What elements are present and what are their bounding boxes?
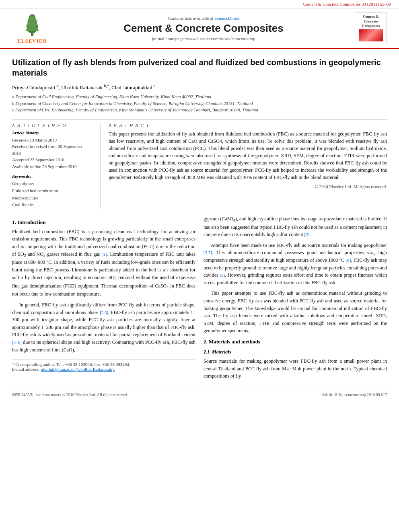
right-para-3: This paper attempts to use FBC-fly ash a… xyxy=(204,290,387,335)
materials-subheading: 2.1. Materials xyxy=(204,349,387,355)
issn-text: 0958-9465/$ - see front matter © 2010 El… xyxy=(12,392,128,397)
corresponding-footnote: * Corresponding author. Tel.: +66 38 103… xyxy=(12,362,195,367)
history-item-0: Received 13 March 2010 xyxy=(12,137,95,144)
journal-logo-box: Cement &ConcreteComposites xyxy=(355,12,387,44)
article-info-label: A R T I C L E I N F O xyxy=(12,123,95,128)
affiliation-c: c Department of Civil Engineering, Facul… xyxy=(12,107,387,113)
journal-header-center: Contents lists available at ScienceDirec… xyxy=(56,16,351,41)
ref-3b[interactable]: [3] xyxy=(220,273,225,277)
email-label: E-mail address: xyxy=(12,367,40,372)
keyword-geopolymer: Geopolymer xyxy=(12,180,95,187)
abstract-col: A B S T R A C T This paper presents the … xyxy=(109,123,387,209)
journal-title: Cement & Concrete Composites xyxy=(56,22,351,35)
email-footnote: E-mail address: ubolluk@buu.ac.th (Uboll… xyxy=(12,367,195,372)
paper-title: Utilization of fly ash blends from pulve… xyxy=(12,57,387,78)
elsevier-tree-icon xyxy=(18,13,46,37)
logo-box-title: Cement &ConcreteComposites xyxy=(357,14,385,29)
intro-body: Fluidized bed combustion (FBC) is a prom… xyxy=(12,228,195,353)
body-columns: 1. Introduction Fluidized bed combustion… xyxy=(12,215,387,383)
materials-para-1: Source materials for making geopolymer w… xyxy=(204,357,387,380)
history-item-2: Accepted 22 September 2010 xyxy=(12,156,95,163)
body-left-col: 1. Introduction Fluidized bed combustion… xyxy=(12,215,195,383)
elsevier-wordmark: ELSEVIER xyxy=(17,38,47,44)
materials-text: Source materials for making geopolymer w… xyxy=(204,357,387,380)
ref-2-3[interactable]: [2,3] xyxy=(100,310,108,315)
sciencedirect-anchor[interactable]: ScienceDirect xyxy=(214,16,239,21)
right-para-1: gypsum (CaSO4), and high crystalline pha… xyxy=(204,215,387,238)
abstract-label: A B S T R A C T xyxy=(109,123,387,128)
journal-top-bar: Cement & Concrete Composites 33 (2011) 5… xyxy=(0,0,399,8)
article-history-label: Article history: xyxy=(12,130,95,135)
author-prinya: Prinya Chindaprasirt a, Ubolluk Rattanas… xyxy=(12,84,155,90)
intro-heading: 1. Introduction xyxy=(12,219,195,226)
journal-citation: Cement & Concrete Composites 33 (2011) 5… xyxy=(303,2,391,6)
elsevier-logo-area: ELSEVIER xyxy=(8,13,56,44)
keyword-microstructure: Microstructure xyxy=(12,195,95,202)
authors: Prinya Chindaprasirt a, Ubolluk Rattanas… xyxy=(12,84,387,91)
abstract-text: This paper presents the utilization of f… xyxy=(109,130,387,181)
keywords-label: Keywords: xyxy=(12,174,95,179)
elsevier-logo: ELSEVIER xyxy=(17,13,47,44)
body-right-col: gypsum (CaSO4), and high crystalline pha… xyxy=(204,215,387,383)
history-item-3: Available online 26 September 2010 xyxy=(12,163,95,170)
main-content: Utilization of fly ash blends from pulve… xyxy=(0,49,399,405)
ref-2[interactable]: [2] xyxy=(304,232,310,237)
intro-para-2: In general, FBC-fly ash significantly di… xyxy=(12,301,195,353)
history-item-1: Received in revised form 20 September201… xyxy=(12,143,95,156)
keyword-coal: Coal fly ash xyxy=(12,201,95,209)
journal-logo-box-area: Cement &ConcreteComposites xyxy=(351,12,391,44)
affiliation-b: b Department of Chemistry and Center for… xyxy=(12,100,387,107)
intro-para-1: Fluidized bed combustion (FBC) is a prom… xyxy=(12,228,195,298)
ref-1[interactable]: [1] xyxy=(102,252,107,257)
right-col-intro-text: gypsum (CaSO4), and high crystalline pha… xyxy=(204,215,387,335)
email-link[interactable]: ubolluk@buu.ac.th (Ubolluk Rattanasak). xyxy=(41,367,115,372)
affiliations: a Department of Civil Engineering, Facul… xyxy=(12,93,387,113)
journal-homepage: journal homepage: www.elsevier.com/locat… xyxy=(56,36,351,41)
footnote-area: * Corresponding author. Tel.: +66 38 103… xyxy=(12,359,195,372)
copyright: © 2010 Elsevier Ltd. All rights reserved… xyxy=(109,184,387,189)
ref-8[interactable]: [8] xyxy=(346,258,351,263)
doi-text: doi:10.1016/j.cemconcomp.2010.09.017 xyxy=(322,392,387,397)
ref-4-6[interactable]: [4–6] xyxy=(12,340,22,345)
article-meta-row: A R T I C L E I N F O Article history: R… xyxy=(12,119,387,209)
bottom-bar: 0958-9465/$ - see front matter © 2010 El… xyxy=(12,390,387,397)
materials-heading: 2. Materials and methods xyxy=(204,339,387,345)
sciencedirect-link: Contents lists available at ScienceDirec… xyxy=(56,16,351,21)
article-info-col: A R T I C L E I N F O Article history: R… xyxy=(12,123,101,209)
ref-3-7[interactable]: [3,7] xyxy=(204,250,212,255)
journal-header: ELSEVIER Contents lists available at Sci… xyxy=(0,8,399,49)
keyword-fbc: Fluidized bed combustion xyxy=(12,187,95,195)
right-para-2: Attempts have been made to use FBC-fly a… xyxy=(204,242,387,287)
logo-box-graphic xyxy=(359,29,383,41)
affiliation-a: a Department of Civil Engineering, Facul… xyxy=(12,93,387,100)
